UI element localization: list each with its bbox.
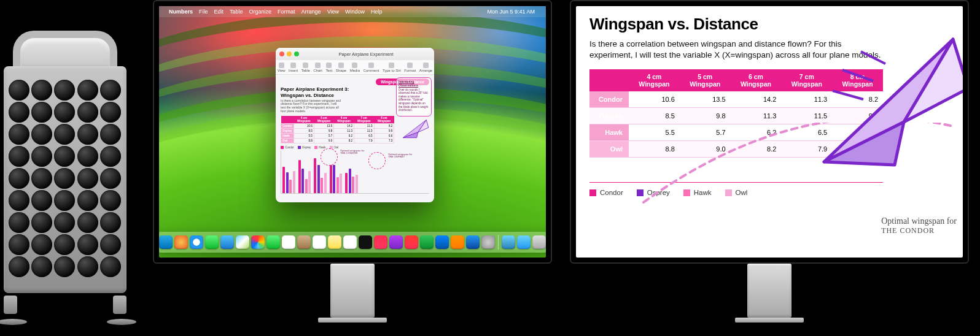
menubar[interactable]: NumbersFileEditTableOrganizeFormatArrang… xyxy=(159,6,546,17)
bar[interactable] xyxy=(298,160,301,193)
bar[interactable] xyxy=(308,171,311,193)
minimize-icon[interactable] xyxy=(287,52,292,56)
menubar-item-help[interactable]: Help xyxy=(371,9,383,15)
dock-settings-icon[interactable] xyxy=(481,235,495,249)
menubar-clock[interactable]: Mon Jun 5 9:41 AM xyxy=(487,9,535,15)
menubar-item-view[interactable]: View xyxy=(327,9,339,15)
dock-music-icon[interactable] xyxy=(374,235,387,249)
display-left-bezel: NumbersFileEditTableOrganizeFormatArrang… xyxy=(153,0,552,264)
table-row[interactable]: Osprey8.59.811.311.59.9 xyxy=(281,128,394,133)
bar[interactable] xyxy=(324,173,327,193)
toolbar-text[interactable]: Text xyxy=(325,63,332,72)
bar-group[interactable] xyxy=(282,167,295,193)
mac-pro-foot-left xyxy=(4,296,17,314)
desktop[interactable]: NumbersFileEditTableOrganizeFormatArrang… xyxy=(159,6,546,258)
menubar-item-numbers[interactable]: Numbers xyxy=(169,9,193,15)
dock-keynote-icon[interactable] xyxy=(435,235,449,249)
window-title: Paper Airplane Experiment xyxy=(301,52,430,57)
dock-mail-icon[interactable] xyxy=(220,235,234,249)
legend-item-osprey: Osprey xyxy=(637,189,670,196)
table-row[interactable]: Owl8.89.08.27.97.3 xyxy=(281,138,394,143)
bar[interactable] xyxy=(352,177,354,193)
menubar-item-window[interactable]: Window xyxy=(345,9,365,15)
menubar-item-format[interactable]: Format xyxy=(278,9,295,15)
bar[interactable] xyxy=(286,172,289,193)
bar-group[interactable] xyxy=(298,160,311,193)
close-icon[interactable] xyxy=(279,52,284,56)
numbers-window[interactable]: Paper Airplane Experiment ViewInsertTabl… xyxy=(276,48,434,202)
dock-notes-icon[interactable] xyxy=(328,235,341,249)
dock-maps-icon[interactable] xyxy=(236,235,249,249)
bar[interactable] xyxy=(289,180,292,193)
display-right-stand xyxy=(747,264,791,318)
bar[interactable] xyxy=(282,167,285,193)
dock[interactable] xyxy=(159,232,546,253)
dock-contacts-icon[interactable] xyxy=(297,235,311,249)
dock-freeform-icon[interactable] xyxy=(343,235,357,249)
dock-photos-icon[interactable] xyxy=(251,235,265,249)
dock-messages-icon[interactable] xyxy=(205,235,219,249)
bar[interactable] xyxy=(333,165,335,193)
bar[interactable] xyxy=(349,169,351,193)
bar[interactable] xyxy=(340,174,342,193)
handwritten-annotation: Optimal wingspan for THE CONDOR xyxy=(881,216,957,236)
toolbar-media[interactable]: Media xyxy=(350,63,360,72)
toolbar-comment[interactable]: Comment xyxy=(363,63,379,72)
dock-finder-icon[interactable] xyxy=(159,235,173,249)
dock-pages-icon[interactable] xyxy=(451,235,464,249)
dock-reminders-icon[interactable] xyxy=(313,235,326,249)
menubar-item-table[interactable]: Table xyxy=(230,9,243,15)
dock-downloads-icon[interactable] xyxy=(517,235,531,249)
bar-group[interactable] xyxy=(330,165,343,193)
display-left: NumbersFileEditTableOrganizeFormatArrang… xyxy=(153,0,552,323)
dock-numbers-icon[interactable] xyxy=(420,235,434,249)
window-titlebar[interactable]: Paper Airplane Experiment xyxy=(276,48,434,60)
toolbar-format[interactable]: Format xyxy=(404,63,416,72)
bar-chart-mini[interactable]: Optimal wingspan for THE CONDOR Optimal … xyxy=(281,151,429,194)
toolbar-arrange[interactable]: Arrange xyxy=(419,63,432,72)
zoomed-slide[interactable]: Wingspan vs. Distance Is there a correla… xyxy=(576,6,963,258)
bar[interactable] xyxy=(345,173,348,193)
toolbar-view[interactable]: View xyxy=(278,63,286,72)
bar[interactable] xyxy=(336,177,339,193)
bar[interactable] xyxy=(301,169,304,193)
paper-plane-illustration-mini xyxy=(402,116,429,140)
toolbar-table[interactable]: Table xyxy=(301,63,310,72)
bar[interactable] xyxy=(356,175,358,193)
menubar-item-edit[interactable]: Edit xyxy=(214,9,224,15)
handwritten-observations-box: Interesting Observations Over six rounds… xyxy=(396,77,432,116)
toolbar-chart[interactable]: Chart xyxy=(313,63,322,72)
dock-facetime-icon[interactable] xyxy=(266,235,280,249)
svg-line-8 xyxy=(833,91,863,99)
dock-trash-icon[interactable] xyxy=(532,235,546,249)
data-table-mini[interactable]: 4 cm Wingspan5 cm Wingspan6 cm Wingspan7… xyxy=(281,116,394,143)
bar[interactable] xyxy=(317,165,320,193)
dock-news-icon[interactable] xyxy=(405,235,418,249)
menubar-item-arrange[interactable]: Arrange xyxy=(301,9,321,15)
annotation-label-2: Optimal wingspan for THE OSPREY xyxy=(388,153,414,159)
toolbar-type-to-siri[interactable]: Type to Siri xyxy=(383,63,401,72)
dock-appstore-icon[interactable] xyxy=(466,235,480,249)
bar-group[interactable] xyxy=(345,169,358,193)
menubar-item-file[interactable]: File xyxy=(199,9,208,15)
annotation-circle-1 xyxy=(321,148,338,166)
bar[interactable] xyxy=(305,179,308,193)
legend-item-condor: Condor xyxy=(589,189,623,196)
zoom-icon[interactable] xyxy=(294,52,299,56)
toolbar-insert[interactable]: Insert xyxy=(289,63,298,72)
dock-podcasts-icon[interactable] xyxy=(389,235,403,249)
dock-safari-icon[interactable] xyxy=(190,235,203,249)
table-row[interactable]: Hawk5.55.76.26.56.6 xyxy=(281,133,394,138)
bar[interactable] xyxy=(314,158,316,193)
table-row[interactable]: Condor10.613.514.211.38.2 xyxy=(281,123,394,128)
bar[interactable] xyxy=(321,178,323,193)
dock-preview-icon[interactable] xyxy=(502,235,515,249)
dock-launchpad-icon[interactable] xyxy=(174,235,188,249)
bar[interactable] xyxy=(330,165,332,193)
dock-calendar-icon[interactable] xyxy=(282,235,295,249)
app-toolbar[interactable]: ViewInsertTableChartTextShapeMediaCommen… xyxy=(276,60,434,75)
toolbar-shape[interactable]: Shape xyxy=(336,63,346,72)
menubar-item-organize[interactable]: Organize xyxy=(249,9,272,15)
dock-tv-icon[interactable] xyxy=(359,235,372,249)
bar[interactable] xyxy=(293,171,295,193)
